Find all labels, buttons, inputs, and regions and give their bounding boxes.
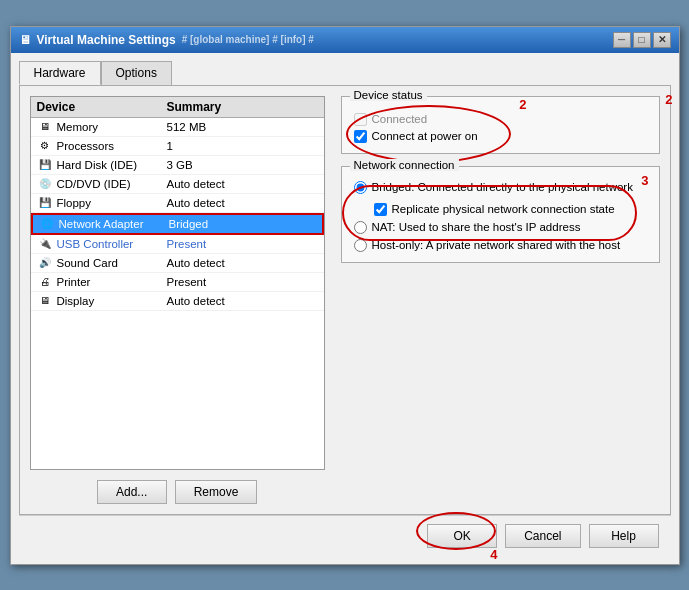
table-row[interactable]: 💿 CD/DVD (IDE) Auto detect	[31, 175, 324, 194]
device-status-label: Device status	[350, 89, 427, 101]
network-connection-section: Network connection 3 Bridged: Connected …	[341, 166, 660, 263]
tab-bar: Hardware Options	[19, 61, 671, 85]
device-name: CD/DVD (IDE)	[57, 178, 167, 190]
device-summary: 1	[167, 140, 318, 152]
nat-radio-row: NAT: Used to share the host's IP address	[354, 221, 647, 234]
device-summary: Present	[167, 276, 318, 288]
table-row[interactable]: 💾 Floppy Auto detect	[31, 194, 324, 213]
connected-row: Connected	[354, 113, 647, 126]
soundcard-icon: 🔊	[37, 256, 53, 270]
device-status-section: Device status 2 2 Connected Connect at p…	[341, 96, 660, 154]
harddisk-icon: 💾	[37, 158, 53, 172]
window-title-extra: # [global machine] # [info] #	[182, 34, 314, 45]
replicate-row: Replicate physical network connection st…	[374, 203, 647, 216]
nat-radio[interactable]	[354, 221, 367, 234]
remove-button[interactable]: Remove	[175, 480, 258, 504]
device-name: Sound Card	[57, 257, 167, 269]
ok-button[interactable]: OK	[427, 524, 497, 548]
device-name: Display	[57, 295, 167, 307]
right-panel: Device status 2 2 Connected Connect at p…	[341, 96, 660, 504]
connect-power-row: Connect at power on	[354, 130, 647, 143]
connected-checkbox[interactable]	[354, 113, 367, 126]
maximize-button[interactable]: □	[633, 32, 651, 48]
annotation-2: 2	[665, 92, 672, 107]
device-name: Printer	[57, 276, 167, 288]
network-icon: 🌐	[39, 217, 55, 231]
window-icon: 🖥	[19, 33, 31, 47]
virtual-machine-settings-window: 🖥 Virtual Machine Settings # [global mac…	[10, 26, 680, 565]
device-name: Memory	[57, 121, 167, 133]
usb-icon: 🔌	[37, 237, 53, 251]
replicate-label: Replicate physical network connection st…	[392, 203, 615, 215]
network-options: Bridged: Connected directly to the physi…	[354, 181, 647, 252]
bottom-buttons: 4 OK Cancel Help	[19, 515, 671, 556]
table-row[interactable]: 🔌 USB Controller Present	[31, 235, 324, 254]
connect-power-label: Connect at power on	[372, 130, 478, 142]
cddvd-icon: 💿	[37, 177, 53, 191]
left-panel-buttons: Add... Remove	[30, 480, 325, 504]
add-button[interactable]: Add...	[97, 480, 167, 504]
left-panel: Device Summary 🖥 Memory 512 MB ⚙	[30, 96, 325, 504]
tab-hardware[interactable]: Hardware	[19, 61, 101, 85]
hostonly-label: Host-only: A private network shared with…	[372, 239, 621, 251]
bridged-radio-row: Bridged: Connected directly to the physi…	[354, 181, 647, 194]
floppy-icon: 💾	[37, 196, 53, 210]
memory-icon: 🖥	[37, 120, 53, 134]
network-connection-label: Network connection	[350, 159, 459, 171]
hostonly-radio[interactable]	[354, 239, 367, 252]
table-row[interactable]: 🖥 Memory 512 MB	[31, 118, 324, 137]
device-summary: Bridged	[169, 218, 316, 230]
device-summary: 512 MB	[167, 121, 318, 133]
device-summary: Auto detect	[167, 295, 318, 307]
bridged-radio[interactable]	[354, 181, 367, 194]
device-summary: Auto detect	[167, 257, 318, 269]
table-row[interactable]: 🖨 Printer Present	[31, 273, 324, 292]
table-row[interactable]: ⚙ Processors 1	[31, 137, 324, 156]
replicate-checkbox[interactable]	[374, 203, 387, 216]
device-summary: Auto detect	[167, 197, 318, 209]
table-header: Device Summary	[31, 97, 324, 118]
table-row[interactable]: 🖥 Display Auto detect	[31, 292, 324, 311]
minimize-button[interactable]: ─	[613, 32, 631, 48]
help-button[interactable]: Help	[589, 524, 659, 548]
network-adapter-row[interactable]: 🌐 Network Adapter Bridged	[31, 213, 324, 235]
printer-icon: 🖨	[37, 275, 53, 289]
sound-card-row[interactable]: 🔊 Sound Card Auto detect	[31, 254, 324, 273]
annotation-2-num: 2	[519, 97, 526, 112]
display-icon: 🖥	[37, 294, 53, 308]
device-summary: Present	[167, 238, 318, 250]
window-title: Virtual Machine Settings	[37, 33, 176, 47]
device-name: Hard Disk (IDE)	[57, 159, 167, 171]
title-controls: ─ □ ✕	[613, 32, 671, 48]
col-summary-header: Summary	[167, 100, 318, 114]
table-row[interactable]: 💾 Hard Disk (IDE) 3 GB	[31, 156, 324, 175]
device-name: Processors	[57, 140, 167, 152]
bridged-label: Bridged: Connected directly to the physi…	[372, 181, 633, 193]
device-table: Device Summary 🖥 Memory 512 MB ⚙	[30, 96, 325, 470]
title-bar: 🖥 Virtual Machine Settings # [global mac…	[11, 27, 679, 53]
annotation-4-num: 4	[490, 547, 497, 562]
cancel-button[interactable]: Cancel	[505, 524, 580, 548]
close-button[interactable]: ✕	[653, 32, 671, 48]
tab-options[interactable]: Options	[101, 61, 172, 85]
device-table-scroll[interactable]: 🖥 Memory 512 MB ⚙ Processors 1 💾	[31, 118, 324, 311]
nat-label: NAT: Used to share the host's IP address	[372, 221, 581, 233]
device-name: USB Controller	[57, 238, 167, 250]
connected-label: Connected	[372, 113, 428, 125]
connect-power-checkbox[interactable]	[354, 130, 367, 143]
device-summary: 3 GB	[167, 159, 318, 171]
main-content: Device Summary 🖥 Memory 512 MB ⚙	[19, 85, 671, 515]
col-device-header: Device	[37, 100, 167, 114]
device-summary: Auto detect	[167, 178, 318, 190]
device-name: Network Adapter	[59, 218, 169, 230]
device-name: Floppy	[57, 197, 167, 209]
processor-icon: ⚙	[37, 139, 53, 153]
hostonly-radio-row: Host-only: A private network shared with…	[354, 239, 647, 252]
